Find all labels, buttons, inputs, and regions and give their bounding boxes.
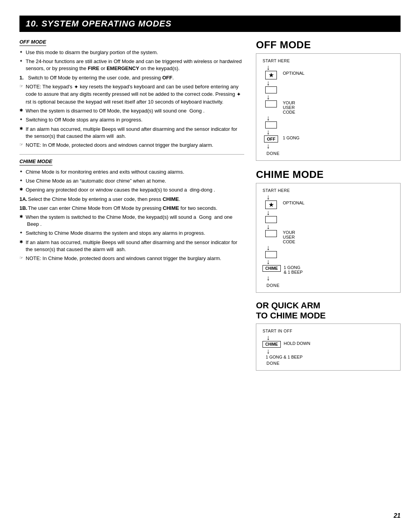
chime-arrow-1: ↓ [266, 193, 394, 200]
chime-digit2-col [262, 230, 280, 237]
chime-key-col: CHIME [262, 265, 280, 272]
list-item: Switching to Chime Mode disarms the syst… [19, 230, 244, 237]
quick-chime-key-row: CHIME HOLD DOWN [262, 341, 394, 348]
start-here-label: START HERE [262, 58, 394, 63]
list-item: When the system is switched to the Chime… [19, 214, 244, 228]
arrow-6: ↓ [266, 142, 394, 149]
quick-chime-key-col: CHIME [262, 341, 280, 348]
off-key-col: OFF [262, 135, 280, 142]
your-user-code-col: YOURUSERCODE [280, 100, 295, 114]
off-mode-diagram-title: OFF MODE [256, 39, 401, 51]
chime-gong-beep-col: 1 GONG& 1 BEEP [281, 265, 303, 274]
list-item: The 24-hour functions are still active i… [19, 58, 244, 72]
chime-mode-section: CHIME MODE Chime Mode is for monitoring … [19, 158, 244, 262]
star-key-col: ★ [262, 71, 280, 79]
chime-arrow-6: ↓ [266, 274, 394, 281]
chime-star-key-col: ★ [262, 200, 280, 209]
arrow-4: ↓ [266, 114, 394, 121]
chime-digit1-row [262, 216, 394, 223]
optional-col: OPTIONAL [280, 71, 304, 76]
quick-arrow-1: ↓ [266, 334, 394, 341]
digit1-row [262, 86, 394, 93]
quick-arm-flow: START IN OFF ↓ CHIME HOLD DOWN ↓ 1 GONG [262, 329, 394, 366]
arrow-1: ↓ [266, 64, 394, 71]
list-item: 1A. Select the Chime Mode by entering a … [19, 196, 244, 203]
quick-arm-diagram: OR QUICK ARMTO CHIME MODE START IN OFF ↓… [256, 301, 401, 371]
chime-digit1-box [265, 216, 277, 223]
off-key-box: OFF [264, 135, 278, 142]
quick-arm-done: DONE [266, 361, 394, 366]
chime-arrow-2: ↓ [266, 209, 394, 216]
page-header: 10. SYSTEM OPERATING MODES [19, 16, 401, 32]
digit2-box [265, 100, 277, 107]
chime-arrow-3: ↓ [266, 223, 394, 230]
quick-hold-down-label: HOLD DOWN [284, 341, 310, 346]
chime-mode-done: DONE [266, 283, 394, 288]
chime-mode-flow: START HERE ↓ ★ OPTIONAL ↓ [262, 188, 394, 288]
digit2-col [262, 100, 280, 107]
chime-digit2-box [265, 230, 277, 237]
quick-chime-key-box: CHIME [262, 341, 280, 348]
arrow-2: ↓ [266, 79, 394, 86]
section-divider [19, 154, 244, 155]
off-mode-diagram: OFF MODE START HERE ↓ ★ OPTIONAL ↓ [256, 39, 401, 161]
list-item: If an alarm has occurred, multiple Beeps… [19, 126, 244, 140]
quick-result-row: 1 GONG & 1 BEEP [262, 355, 394, 359]
list-item: If an alarm has occurred, multiple Beeps… [19, 239, 244, 253]
digit3-box [265, 121, 277, 128]
quick-arm-box: START IN OFF ↓ CHIME HOLD DOWN ↓ 1 GONG [256, 324, 401, 371]
digit1-col [262, 86, 280, 93]
list-item-note: NOTE: In Chime Mode, protected doors and… [19, 255, 244, 262]
list-item-note: NOTE: In Off Mode, protected doors and w… [19, 142, 244, 149]
chime-star-key-box: ★ [265, 200, 277, 209]
star-key-box: ★ [265, 71, 277, 79]
quick-arm-title: OR QUICK ARMTO CHIME MODE [256, 301, 401, 321]
star-key-row: ★ OPTIONAL [262, 71, 394, 79]
list-item: Use Chime Mode as an “automatic door chi… [19, 178, 244, 185]
chime-digit2-row: YOURUSERCODE [262, 230, 394, 244]
list-item: Use this mode to disarm the burglary por… [19, 49, 244, 56]
chime-digit3-row [262, 251, 394, 258]
gong-label: 1 GONG [283, 135, 299, 140]
chime-optional-label: OPTIONAL [283, 200, 304, 205]
gong-label-col: 1 GONG [280, 135, 299, 140]
quick-result-label: 1 GONG & 1 BEEP [266, 355, 303, 359]
chime-mode-diagram-title: CHIME MODE [256, 169, 401, 181]
off-mode-title: OFF MODE [19, 39, 46, 46]
optional-label: OPTIONAL [283, 71, 304, 76]
your-user-code-label: YOURUSERCODE [283, 100, 295, 114]
chime-mode-box: START HERE ↓ ★ OPTIONAL ↓ [256, 183, 401, 293]
digit3-col [262, 121, 280, 128]
list-item: 1B. The user can enter Chime Mode from O… [19, 205, 244, 212]
digit1-box [265, 86, 277, 93]
list-item-note: NOTE: The keypad's ✦ key resets the keyp… [19, 83, 244, 105]
chime-arrow-4: ↓ [266, 244, 394, 251]
chime-key-box: CHIME [262, 265, 280, 272]
right-column: OFF MODE START HERE ↓ ★ OPTIONAL ↓ [256, 39, 401, 371]
list-item: Chime Mode is for monitoring entries and… [19, 169, 244, 176]
content-wrapper: OFF MODE Use this mode to disarm the bur… [19, 39, 401, 371]
arrow-5: ↓ [266, 128, 394, 135]
chime-arrow-5: ↓ [266, 258, 394, 265]
arrow-3: ↓ [266, 93, 394, 100]
list-item: Switching to Off Mode stops any alarms i… [19, 116, 244, 123]
chime-mode-diagram: CHIME MODE START HERE ↓ ★ OPTIONAL ↓ [256, 169, 401, 293]
list-item: Opening any protected door or window cau… [19, 186, 244, 193]
list-item: 1. Switch to Off Mode by entering the us… [19, 74, 244, 81]
quick-start-label: START IN OFF [262, 329, 394, 333]
digit3-row [262, 121, 394, 128]
chime-digit1-col [262, 216, 280, 223]
chime-star-key-row: ★ OPTIONAL [262, 200, 394, 209]
off-mode-section: OFF MODE Use this mode to disarm the bur… [19, 39, 244, 149]
list-item: When the system is disarmed to Off Mode,… [19, 107, 244, 114]
chime-key-row: CHIME 1 GONG& 1 BEEP [262, 265, 394, 274]
chime-digit3-col [262, 251, 280, 258]
off-mode-box: START HERE ↓ ★ OPTIONAL ↓ [256, 53, 401, 161]
chime-optional-col: OPTIONAL [280, 200, 304, 205]
off-key-row: OFF 1 GONG [262, 135, 394, 142]
chime-your-user-code-col: YOURUSERCODE [280, 230, 295, 244]
chime-mode-title: CHIME MODE [19, 158, 52, 165]
chime-gong-beep-label: 1 GONG& 1 BEEP [284, 265, 303, 274]
off-mode-done: DONE [266, 151, 394, 156]
chime-your-user-code-label: YOURUSERCODE [283, 230, 295, 244]
